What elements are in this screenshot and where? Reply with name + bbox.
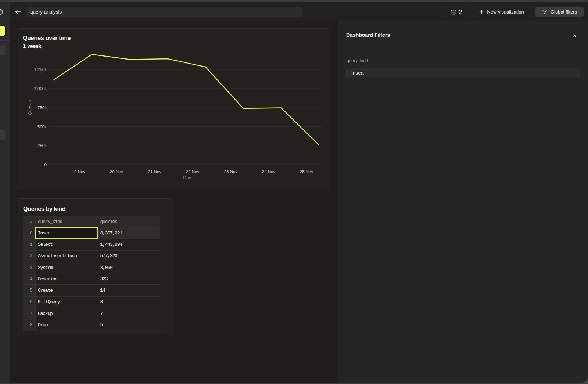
svg-text:24 Nov: 24 Nov (262, 169, 276, 174)
svg-text:Queries: Queries (28, 100, 32, 115)
svg-text:23 Nov: 23 Nov (224, 169, 238, 174)
svg-text:750k: 750k (37, 105, 47, 110)
svg-text:1 000k: 1 000k (34, 86, 47, 91)
svg-text:1 250k: 1 250k (34, 67, 47, 72)
svg-text:Day: Day (183, 175, 191, 180)
svg-text:20 Nov: 20 Nov (110, 169, 123, 174)
svg-text:21 Nov: 21 Nov (148, 169, 162, 174)
svg-text:25 Nov: 25 Nov (300, 169, 313, 174)
svg-text:0: 0 (44, 162, 47, 167)
svg-text:500k: 500k (37, 125, 47, 129)
svg-text:22 Nov: 22 Nov (186, 169, 200, 174)
svg-text:250k: 250k (37, 143, 47, 148)
svg-text:19 Nov: 19 Nov (72, 169, 86, 174)
